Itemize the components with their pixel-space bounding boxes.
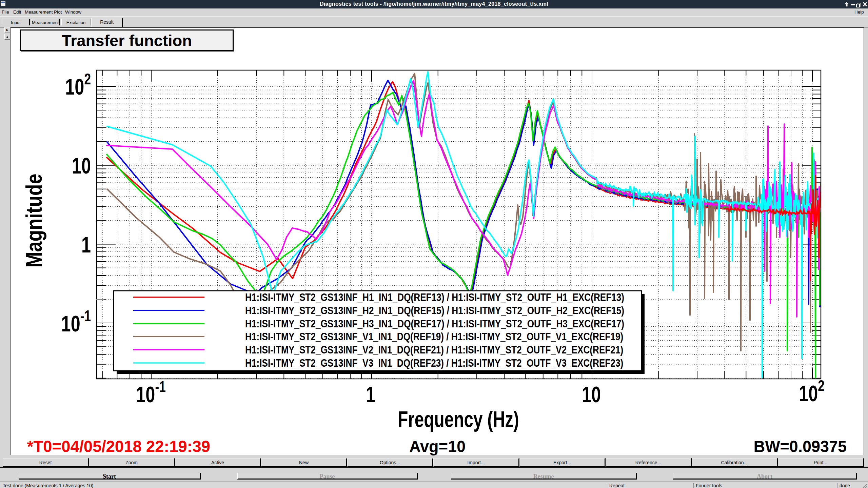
svg-text:H1:ISI-ITMY_ST2_GS13INF_V2_IN1: H1:ISI-ITMY_ST2_GS13INF_V2_IN1_DQ(REF21)… <box>245 344 623 356</box>
svg-text:102: 102 <box>65 70 91 99</box>
svg-text:10: 10 <box>582 382 601 407</box>
svg-text:10-1: 10-1 <box>136 378 165 407</box>
svg-text:H1:ISI-ITMY_ST2_GS13INF_H1_IN1: H1:ISI-ITMY_ST2_GS13INF_H1_IN1_DQ(REF13)… <box>245 291 624 303</box>
svg-text:1: 1 <box>366 382 375 407</box>
svg-text:Avg=10: Avg=10 <box>409 437 466 455</box>
svg-text:H1:ISI-ITMY_ST2_GS13INF_V1_IN1: H1:ISI-ITMY_ST2_GS13INF_V1_IN1_DQ(REF19)… <box>245 331 623 343</box>
svg-text:H1:ISI-ITMY_ST2_GS13INF_H2_IN1: H1:ISI-ITMY_ST2_GS13INF_H2_IN1_DQ(REF15)… <box>245 305 624 317</box>
svg-text:H1:ISI-ITMY_ST2_GS13INF_V3_IN1: H1:ISI-ITMY_ST2_GS13INF_V3_IN1_DQ(REF23)… <box>245 357 623 369</box>
svg-text:H1:ISI-ITMY_ST2_GS13INF_H3_IN1: H1:ISI-ITMY_ST2_GS13INF_H3_IN1_DQ(REF17)… <box>245 318 624 330</box>
svg-text:Frequency (Hz): Frequency (Hz) <box>398 407 519 432</box>
svg-text:*T0=04/05/2018 22:19:39: *T0=04/05/2018 22:19:39 <box>27 438 210 455</box>
svg-text:10-1: 10-1 <box>61 307 91 336</box>
svg-text:BW=0.09375: BW=0.09375 <box>754 437 847 455</box>
svg-text:102: 102 <box>799 377 825 406</box>
svg-text:10: 10 <box>72 153 91 178</box>
svg-text:Magnitude: Magnitude <box>21 174 46 267</box>
svg-text:1: 1 <box>81 232 91 257</box>
